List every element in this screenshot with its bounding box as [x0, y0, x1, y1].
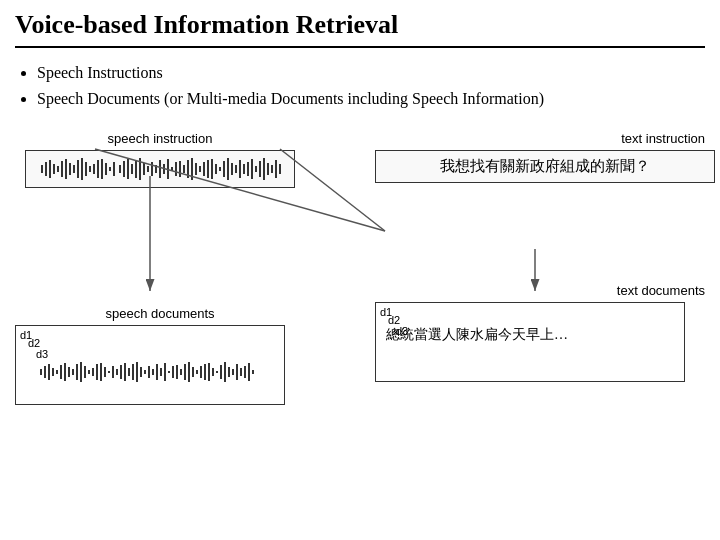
svg-rect-15 [77, 160, 79, 178]
waveform-svg [39, 155, 280, 183]
svg-rect-27 [127, 159, 129, 179]
svg-rect-32 [147, 166, 149, 172]
svg-rect-53 [231, 163, 233, 175]
svg-rect-64 [275, 160, 277, 178]
svg-rect-71 [40, 369, 42, 375]
svg-rect-105 [176, 365, 178, 379]
svg-rect-54 [235, 165, 237, 173]
svg-rect-43 [191, 158, 193, 180]
svg-rect-84 [92, 368, 94, 376]
svg-rect-100 [156, 364, 158, 380]
svg-rect-44 [195, 163, 197, 175]
svg-rect-29 [135, 160, 137, 178]
svg-rect-91 [120, 365, 122, 379]
svg-rect-90 [116, 369, 118, 375]
speech-waveform-box [25, 150, 295, 188]
svg-rect-117 [224, 362, 226, 382]
svg-rect-59 [255, 166, 257, 172]
svg-rect-36 [163, 164, 165, 174]
svg-rect-124 [252, 370, 254, 374]
speech-instruction-label: speech instruction [15, 131, 305, 146]
svg-rect-22 [105, 163, 107, 175]
chinese-query-box: 我想找有關新政府組成的新聞？ [375, 150, 715, 183]
svg-rect-6 [41, 165, 43, 173]
svg-rect-82 [84, 366, 86, 378]
page-title: Voice-based Information Retrieval [15, 10, 705, 48]
svg-rect-19 [93, 164, 95, 174]
svg-rect-85 [96, 364, 98, 380]
chinese-doc-text: 總統當選人陳水扁今天早上… [386, 326, 678, 344]
text-doc-stack: d1 d2 d3 總統當選人陳水扁今天早上… [375, 302, 715, 412]
svg-rect-102 [164, 363, 166, 381]
svg-rect-81 [80, 362, 82, 382]
svg-rect-28 [131, 164, 133, 174]
svg-rect-106 [180, 369, 182, 375]
svg-rect-18 [89, 166, 91, 172]
svg-rect-11 [61, 161, 63, 177]
svg-rect-40 [179, 161, 181, 177]
svg-rect-33 [151, 162, 153, 176]
svg-rect-98 [148, 366, 150, 378]
svg-rect-121 [240, 368, 242, 376]
svg-rect-65 [279, 164, 280, 174]
svg-rect-58 [251, 159, 253, 179]
speech-doc-d1: d1 d2 d3 [15, 325, 285, 405]
svg-rect-77 [64, 363, 66, 381]
svg-rect-122 [244, 366, 246, 378]
text-documents-label: text documents [375, 283, 715, 298]
svg-rect-39 [175, 162, 177, 176]
svg-rect-61 [263, 158, 265, 180]
svg-rect-31 [143, 163, 145, 175]
svg-rect-101 [160, 368, 162, 376]
svg-rect-41 [183, 165, 185, 173]
svg-rect-47 [207, 160, 209, 178]
svg-rect-57 [247, 162, 249, 176]
svg-rect-104 [172, 366, 174, 378]
svg-rect-52 [227, 158, 229, 180]
svg-rect-12 [65, 159, 67, 179]
svg-rect-24 [113, 162, 115, 176]
svg-rect-13 [69, 163, 71, 175]
svg-rect-8 [49, 160, 51, 178]
svg-rect-10 [57, 166, 59, 172]
svg-rect-80 [76, 364, 78, 380]
svg-rect-94 [132, 364, 134, 380]
svg-rect-60 [259, 161, 261, 177]
svg-rect-107 [184, 364, 186, 380]
svg-rect-20 [97, 160, 99, 178]
right-column: text instruction 我想找有關新政府組成的新聞？ text doc… [375, 131, 715, 412]
svg-rect-95 [136, 362, 138, 382]
svg-rect-76 [60, 365, 62, 379]
svg-rect-115 [216, 371, 218, 373]
svg-rect-89 [112, 366, 114, 378]
speech-d3-label: d3 [36, 348, 48, 360]
svg-rect-21 [101, 159, 103, 179]
svg-rect-14 [73, 165, 75, 173]
svg-rect-42 [187, 160, 189, 178]
svg-rect-97 [144, 370, 146, 374]
svg-rect-96 [140, 367, 142, 377]
svg-rect-114 [212, 368, 214, 376]
svg-rect-62 [267, 163, 269, 175]
svg-rect-79 [72, 369, 74, 375]
bullet-list: Speech Instructions Speech Documents (or… [15, 60, 705, 111]
svg-rect-16 [81, 158, 83, 180]
svg-rect-25 [119, 165, 121, 173]
svg-rect-23 [109, 167, 111, 171]
svg-rect-119 [232, 369, 234, 375]
svg-rect-123 [248, 363, 250, 381]
svg-rect-9 [53, 164, 55, 174]
svg-rect-30 [139, 158, 141, 180]
speech-documents-label: speech documents [15, 306, 305, 321]
svg-rect-87 [104, 367, 106, 377]
text-instruction-label: text instruction [375, 131, 715, 146]
svg-rect-108 [188, 362, 190, 382]
waveform-inner [39, 155, 280, 183]
text-doc-d1: d1 d2 d3 總統當選人陳水扁今天早上… [375, 302, 685, 382]
doc-waveform-svg [38, 361, 258, 383]
svg-rect-38 [171, 167, 173, 171]
bullet-item-1: Speech Instructions [37, 60, 705, 86]
svg-rect-88 [108, 371, 110, 373]
text-d3-label: d3 [396, 325, 408, 337]
svg-rect-55 [239, 160, 241, 178]
